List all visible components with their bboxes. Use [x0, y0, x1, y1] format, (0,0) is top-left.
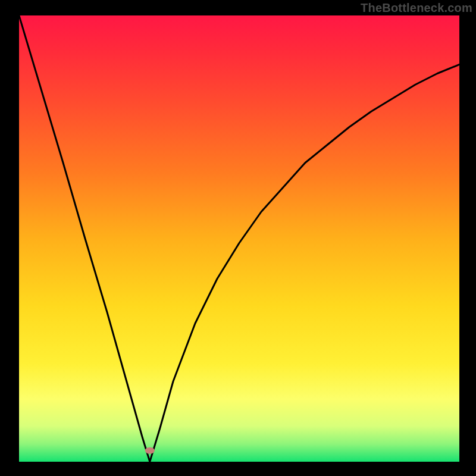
minimum-marker	[145, 447, 155, 454]
plot-area	[19, 15, 459, 462]
attribution-label: TheBottleneck.com	[361, 1, 472, 15]
chart-frame: TheBottleneck.com	[0, 0, 476, 476]
chart-svg	[19, 15, 459, 462]
